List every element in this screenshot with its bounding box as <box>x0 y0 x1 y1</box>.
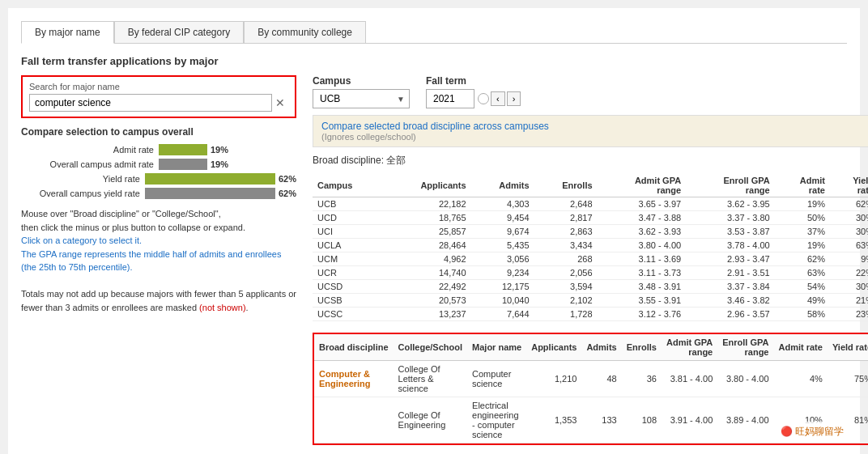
results-broad-disc <box>314 397 394 443</box>
campus-table-cell: 3.48 - 3.91 <box>598 280 687 294</box>
applicants-col-header: Applicants <box>384 174 471 197</box>
overall-admit-rate-row: Overall campus admit rate 19% <box>21 159 296 170</box>
campus-table-cell: 7,644 <box>471 308 534 321</box>
search-box: Search for major name ✕ <box>21 75 296 118</box>
admit-rate-bar <box>159 144 207 155</box>
campus-table-cell: 20,573 <box>384 294 471 308</box>
overall-admit-label: Overall campus admit rate <box>21 159 159 169</box>
res-college-header: College/School <box>394 334 467 361</box>
campus-table-row[interactable]: UCSC13,2377,6441,7283.12 - 3.762.96 - 3.… <box>313 308 868 321</box>
campus-table-row[interactable]: UCLA28,4645,4353,4343.80 - 4.003.78 - 4.… <box>313 239 868 252</box>
year-circle-btn[interactable] <box>478 93 489 104</box>
campus-table-row[interactable]: UCD18,7659,4542,8173.47 - 3.883.37 - 3.8… <box>313 211 868 225</box>
res-admit-gpa-header: Admit GPArange <box>662 334 717 361</box>
overall-yield-rate-row: Overall campus yield rate 62% <box>21 188 296 199</box>
campus-table-cell: 3.80 - 4.00 <box>598 239 687 252</box>
enroll-gpa-col-header: Enroll GPArange <box>686 174 775 197</box>
compare-banner: Compare selected broad discipline across… <box>313 115 868 147</box>
campus-table-row[interactable]: UCSB20,57310,0402,1023.55 - 3.913.46 - 3… <box>313 294 868 308</box>
results-college: College Of Letters & science <box>394 361 467 397</box>
res-major-header: Major name <box>467 334 526 361</box>
results-broad-disc: Computer &Engineering <box>314 361 394 397</box>
campus-table-cell: 25,857 <box>384 225 471 239</box>
left-panel: Search for major name ✕ Compare selectio… <box>21 75 296 445</box>
compare-banner-text: Compare selected broad discipline across… <box>321 121 868 132</box>
campus-table-cell: 3.53 - 3.87 <box>686 225 775 239</box>
compare-banner-sub: (Ignores college/school) <box>321 132 868 142</box>
campus-table-cell: 62% <box>775 252 830 266</box>
admit-rate-label: Admit rate <box>21 145 159 155</box>
campus-select[interactable]: UCB UCD UCI UCLA UCM UCR UCSD UCSB UCSC <box>313 89 410 108</box>
campus-table-cell: 3.65 - 3.97 <box>598 197 687 211</box>
search-label: Search for major name <box>29 82 288 91</box>
campus-table-row[interactable]: UCB22,1824,3032,6483.65 - 3.973.62 - 3.9… <box>313 197 868 211</box>
search-input[interactable] <box>29 94 272 112</box>
campus-table-cell: 4,303 <box>471 197 534 211</box>
fall-term-field: Fall term ‹ › <box>426 75 521 108</box>
year-prev-button[interactable]: ‹ <box>491 91 505 106</box>
campus-table-cell: UCI <box>313 225 384 239</box>
year-next-button[interactable]: › <box>507 91 521 106</box>
campus-table-cell: 28,464 <box>384 239 471 252</box>
campus-table-cell: 2.96 - 3.57 <box>686 308 775 321</box>
campus-table-cell: 2,863 <box>534 225 598 239</box>
campus-table-cell: 50% <box>775 211 830 225</box>
yield-rate-label: Yield rate <box>21 174 145 184</box>
overall-yield-pct: 62% <box>279 189 296 198</box>
admit-rate-row: Admit rate 19% <box>21 144 296 155</box>
results-table-row[interactable]: Computer &EngineeringCollege Of Letters … <box>314 361 868 397</box>
campus-table-cell: 2,817 <box>534 211 598 225</box>
campus-table-row[interactable]: UCM4,9623,0562683.11 - 3.692.93 - 3.4762… <box>313 252 868 266</box>
campus-table-cell: 49% <box>775 294 830 308</box>
campus-table-cell: 268 <box>534 252 598 266</box>
campus-table-cell: 9,674 <box>471 225 534 239</box>
campus-table-cell: UCM <box>313 252 384 266</box>
campus-table-cell: 3.12 - 3.76 <box>598 308 687 321</box>
campus-table-cell: 62% <box>830 197 868 211</box>
campus-table-cell: 9,234 <box>471 266 534 280</box>
tab-by-major-name[interactable]: By major name <box>21 21 114 44</box>
tab-bar: By major name By federal CIP category By… <box>21 21 847 44</box>
overall-yield-label: Overall campus yield rate <box>21 189 145 198</box>
info-text: Mouse over "Broad discipline" or "Colleg… <box>21 207 296 314</box>
campus-label: Campus <box>313 75 410 87</box>
campus-table-row[interactable]: UCI25,8579,6742,8633.62 - 3.933.53 - 3.8… <box>313 225 868 239</box>
campus-table-cell: 10,040 <box>471 294 534 308</box>
compare-title: Compare selection to campus overall <box>21 126 296 138</box>
campus-table-row[interactable]: UCR14,7409,2342,0563.11 - 3.732.91 - 3.5… <box>313 266 868 280</box>
campus-table-cell: UCB <box>313 197 384 211</box>
fall-term-input[interactable] <box>426 89 474 108</box>
yield-rate-pct: 62% <box>279 174 296 184</box>
campus-table-cell: 9,454 <box>471 211 534 225</box>
results-cell: 3.89 - 4.00 <box>717 397 773 443</box>
tab-by-cip[interactable]: By federal CIP category <box>114 21 245 43</box>
campus-table-cell: 3.37 - 3.80 <box>686 211 775 225</box>
campus-table-cell: 30% <box>830 280 868 294</box>
campus-table-cell: 18,765 <box>384 211 471 225</box>
campus-table-cell: 13,237 <box>384 308 471 321</box>
results-cell: 3.91 - 4.00 <box>662 397 717 443</box>
campus-col-header: Campus <box>313 174 384 197</box>
clear-search-button[interactable]: ✕ <box>272 96 288 109</box>
campus-select-wrap: UCB UCD UCI UCLA UCM UCR UCSD UCSB UCSC … <box>313 89 410 108</box>
results-cell: 3.80 - 4.00 <box>717 361 773 397</box>
campus-table-row[interactable]: UCSD22,49212,1753,5943.48 - 3.913.37 - 3… <box>313 280 868 294</box>
overall-admit-bar <box>159 159 207 170</box>
campus-table-cell: 3.11 - 3.73 <box>598 266 687 280</box>
campus-table-cell: 3.62 - 3.95 <box>686 197 775 211</box>
campus-table-cell: 2,102 <box>534 294 598 308</box>
results-cell: 75% <box>828 361 868 397</box>
yield-rate-bar <box>145 173 275 185</box>
campus-table-cell: UCSD <box>313 280 384 294</box>
res-admits-header: Admits <box>581 334 621 361</box>
campus-table-cell: 12,175 <box>471 280 534 294</box>
admit-rate-pct: 19% <box>211 145 228 155</box>
tab-by-community-college[interactable]: By community college <box>244 21 366 43</box>
res-enrolls-header: Enrolls <box>622 334 662 361</box>
campus-table-cell: 19% <box>775 239 830 252</box>
campus-table-cell: 63% <box>830 239 868 252</box>
campus-table-cell: UCSC <box>313 308 384 321</box>
res-admit-rate-header: Admit rate <box>774 334 828 361</box>
campus-table-cell: 4,962 <box>384 252 471 266</box>
campus-table-cell: 58% <box>775 308 830 321</box>
